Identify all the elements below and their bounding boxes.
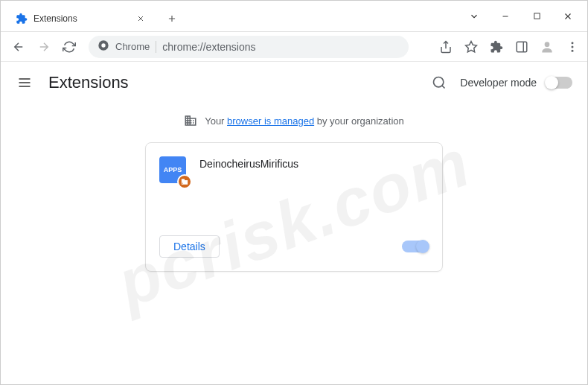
toggle-knob xyxy=(416,240,429,253)
svg-point-5 xyxy=(572,42,574,44)
organization-icon xyxy=(184,114,197,127)
page-title: Extensions xyxy=(48,73,129,92)
search-icon[interactable] xyxy=(430,74,448,92)
svg-rect-3 xyxy=(517,42,527,52)
window-titlebar: Extensions xyxy=(1,1,587,32)
chrome-logo-icon xyxy=(98,39,109,54)
url-text: chrome://extensions xyxy=(162,41,255,53)
extension-puzzle-icon xyxy=(16,13,28,25)
site-chip-label: Chrome xyxy=(115,41,150,52)
star-bookmark-icon[interactable] xyxy=(464,39,479,54)
omnibox[interactable]: Chrome chrome://extensions xyxy=(89,36,409,58)
hamburger-menu-icon[interactable] xyxy=(16,74,33,92)
extension-name: DeinocheirusMirificus xyxy=(199,156,298,170)
address-bar-row: Chrome chrome://extensions xyxy=(1,32,587,62)
details-button[interactable]: Details xyxy=(159,235,220,258)
kebab-menu-icon[interactable] xyxy=(565,39,580,54)
window-minimize-button[interactable] xyxy=(496,7,514,25)
close-tab-icon[interactable] xyxy=(135,13,147,25)
svg-rect-0 xyxy=(534,13,539,19)
page-header: Extensions Developer mode xyxy=(1,62,587,104)
chip-separator xyxy=(156,41,156,53)
nav-forward-button[interactable] xyxy=(33,36,54,57)
page-content: pcrisk.com Extensions Developer mode xyxy=(1,62,587,384)
notice-prefix: Your xyxy=(205,115,227,127)
svg-point-4 xyxy=(545,42,550,47)
nav-back-button[interactable] xyxy=(8,36,29,57)
extension-card: APPS DeinocheirusMirificus Details xyxy=(145,142,443,272)
window-close-button[interactable] xyxy=(559,7,577,25)
tab-title-text: Extensions xyxy=(33,13,129,24)
extension-enable-toggle[interactable] xyxy=(402,241,429,252)
toggle-knob xyxy=(545,76,558,89)
developer-mode-toggle[interactable] xyxy=(546,77,572,89)
notice-suffix: by your organization xyxy=(314,115,404,127)
window-maximize-button[interactable] xyxy=(528,7,546,25)
share-icon[interactable] xyxy=(438,39,453,54)
extensions-puzzle-icon[interactable] xyxy=(489,39,504,54)
svg-point-2 xyxy=(101,43,105,47)
svg-point-7 xyxy=(572,49,574,51)
profile-avatar-icon[interactable] xyxy=(540,39,555,54)
svg-point-6 xyxy=(572,45,574,48)
window-caret-icon[interactable] xyxy=(465,7,483,25)
new-tab-button[interactable] xyxy=(162,8,182,29)
browser-managed-link[interactable]: browser is managed xyxy=(227,115,314,127)
extension-managed-badge-icon xyxy=(177,174,192,189)
developer-mode-label: Developer mode xyxy=(460,77,537,89)
side-panel-icon[interactable] xyxy=(514,39,529,54)
svg-point-8 xyxy=(434,77,444,87)
browser-tab[interactable]: Extensions xyxy=(7,6,156,31)
managed-browser-notice: Your browser is managed by your organiza… xyxy=(1,104,587,142)
extension-icon: APPS xyxy=(159,156,189,186)
nav-reload-button[interactable] xyxy=(59,36,80,57)
